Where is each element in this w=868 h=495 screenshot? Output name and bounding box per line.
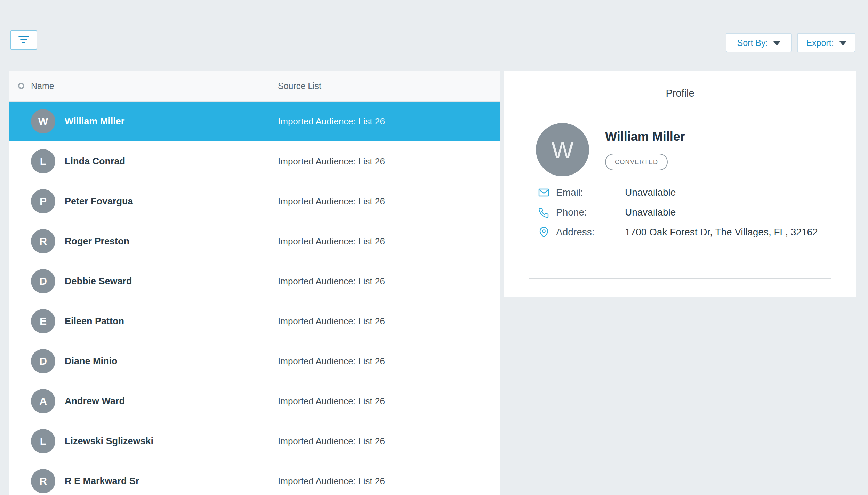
contact-name: R E Markward Sr (65, 476, 139, 486)
avatar: R (31, 229, 55, 253)
avatar: D (31, 349, 55, 373)
avatar: E (31, 309, 55, 333)
contact-source: Imported Audience: List 26 (278, 276, 385, 286)
table-row[interactable]: L Lizewski Sglizewski Imported Audience:… (9, 421, 500, 461)
profile-fields: Email: Unavailable Phone: Unavailable Ad… (538, 186, 837, 239)
address-field-row: Address: 1700 Oak Forest Dr, The Village… (538, 225, 837, 239)
table-row[interactable]: A Andrew Ward Imported Audience: List 26 (9, 381, 500, 421)
profile-avatar: W (536, 123, 589, 176)
sort-by-label: Sort By: (737, 38, 768, 48)
table-row[interactable]: D Diane Minio Imported Audience: List 26 (9, 341, 500, 381)
status-badge: CONVERTED (605, 154, 668, 170)
divider (529, 278, 831, 279)
contact-name: William Miller (65, 116, 124, 127)
contact-name: Andrew Ward (65, 396, 125, 406)
profile-panel: Profile W William Miller CONVERTED Email… (504, 71, 856, 297)
address-value: 1700 Oak Forest Dr, The Villages, FL, 32… (625, 225, 820, 239)
column-header-name: Name (31, 81, 54, 91)
profile-title: Profile (504, 88, 856, 99)
sort-by-button[interactable]: Sort By: (726, 33, 792, 52)
select-all-icon[interactable] (18, 83, 24, 89)
avatar: R (31, 469, 55, 493)
export-button[interactable]: Export: (797, 33, 855, 52)
filter-icon (18, 35, 30, 45)
avatar: P (31, 189, 55, 213)
profile-name: William Miller (605, 129, 685, 144)
table-row[interactable]: R R E Markward Sr Imported Audience: Lis… (9, 461, 500, 495)
email-label: Email: (556, 187, 625, 198)
table-row[interactable]: D Debbie Seward Imported Audience: List … (9, 261, 500, 301)
contact-source: Imported Audience: List 26 (278, 116, 385, 127)
contact-source: Imported Audience: List 26 (278, 356, 385, 366)
table-row[interactable]: R Roger Preston Imported Audience: List … (9, 221, 500, 261)
table-row[interactable]: W William Miller Imported Audience: List… (9, 102, 500, 141)
export-label: Export: (806, 38, 834, 48)
contact-source: Imported Audience: List 26 (278, 476, 385, 486)
contact-list-panel: Name Source List W William Miller Import… (9, 71, 500, 495)
table-row[interactable]: E Eileen Patton Imported Audience: List … (9, 301, 500, 341)
email-icon (538, 187, 550, 198)
phone-field-row: Phone: Unavailable (538, 205, 837, 219)
phone-value: Unavailable (625, 205, 820, 219)
chevron-down-icon (773, 41, 780, 46)
contact-source: Imported Audience: List 26 (278, 436, 385, 446)
contact-name: Debbie Seward (65, 276, 132, 286)
address-label: Address: (556, 227, 625, 238)
avatar: D (31, 269, 55, 293)
column-header-source: Source List (278, 81, 321, 91)
contact-name: Linda Conrad (65, 156, 125, 167)
contact-name: Lizewski Sglizewski (65, 436, 153, 446)
contact-source: Imported Audience: List 26 (278, 196, 385, 206)
contact-source: Imported Audience: List 26 (278, 236, 385, 246)
table-header: Name Source List (9, 71, 500, 102)
email-field-row: Email: Unavailable (538, 186, 837, 199)
address-pin-icon (538, 226, 550, 238)
avatar: A (31, 389, 55, 413)
table-row[interactable]: P Peter Fovargua Imported Audience: List… (9, 181, 500, 221)
contact-source: Imported Audience: List 26 (278, 156, 385, 167)
contact-name: Eileen Patton (65, 316, 124, 326)
contact-name: Diane Minio (65, 356, 118, 366)
divider (529, 109, 831, 109)
table-row[interactable]: L Linda Conrad Imported Audience: List 2… (9, 141, 500, 181)
contact-source: Imported Audience: List 26 (278, 316, 385, 326)
contact-source: Imported Audience: List 26 (278, 396, 385, 406)
filter-button[interactable] (10, 30, 37, 50)
contact-name: Peter Fovargua (65, 196, 133, 206)
chevron-down-icon (839, 41, 846, 46)
phone-icon (538, 206, 550, 218)
email-value: Unavailable (625, 186, 820, 199)
phone-label: Phone: (556, 207, 625, 218)
avatar: W (31, 109, 55, 133)
avatar: L (31, 149, 55, 173)
avatar: L (31, 429, 55, 453)
contact-name: Roger Preston (65, 236, 129, 246)
